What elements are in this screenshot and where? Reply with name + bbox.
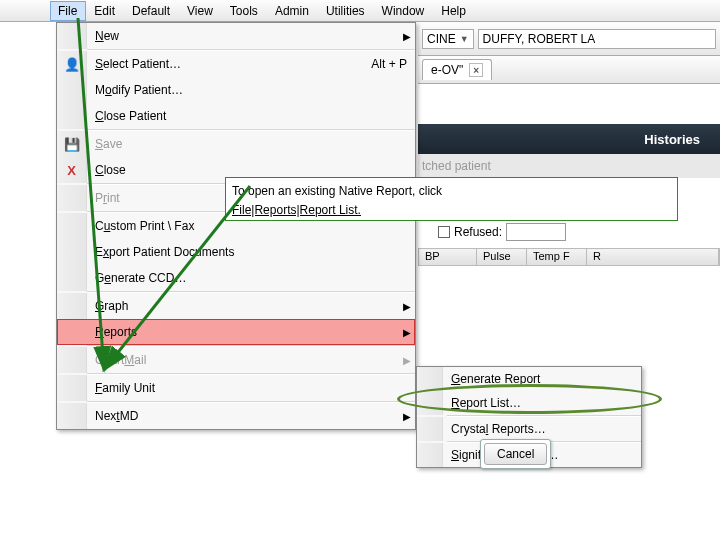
menu-file[interactable]: File [50,1,86,21]
submenu-arrow-icon: ▶ [399,411,415,422]
th-pulse[interactable]: Pulse [477,249,527,265]
submenu-arrow-icon: ▶ [399,31,415,42]
menu-utilities[interactable]: Utilities [318,1,374,21]
cancel-popup: Cancel [480,439,551,469]
combo-value: DUFFY, ROBERT LA [483,32,596,46]
blank-icon [57,347,87,373]
vitals-table-header: BP Pulse Temp F R [418,248,720,266]
patient-icon: 👤 [57,51,87,77]
blank-icon [57,77,87,103]
refused-label: Refused: [454,225,502,239]
blank-icon [57,23,87,49]
menu-admin[interactable]: Admin [267,1,318,21]
blank-icon [57,265,87,291]
submenu-crystal-reports[interactable]: Crystal Reports… [417,417,641,441]
menu-item-save: 💾 Save [57,131,415,157]
menu-window[interactable]: Window [374,1,434,21]
menu-help[interactable]: Help [433,1,475,21]
subheader-text: tched patient [422,159,491,173]
blank-icon [57,375,87,401]
refused-row: Refused: [418,220,720,244]
callout-line2: File|Reports|Report List. [232,203,361,217]
submenu-generate-report[interactable]: Generate Report [417,367,641,391]
menu-item-nextmd[interactable]: NextMD ▶ [57,403,415,429]
menubar: File Edit Default View Tools Admin Utili… [0,0,720,22]
blank-icon [417,391,443,415]
submenu-arrow-icon: ▶ [399,327,415,338]
blank-icon [57,213,87,239]
blank-icon [57,103,87,129]
close-x-icon: X [57,157,87,183]
toolbar: CINE▼ DUFFY, ROBERT LA [418,22,720,56]
save-icon: 💾 [57,131,87,157]
blank-icon [417,443,443,467]
blank-icon [57,239,87,265]
blank-icon [417,367,443,391]
blank-icon [57,293,87,319]
annotation-callout: To open an existing Native Report, click… [225,177,678,221]
menu-item-generate-ccd[interactable]: Generate CCD… [57,265,415,291]
submenu-arrow-icon: ▶ [399,301,415,312]
section-title: Histories [644,132,700,147]
refused-checkbox[interactable] [438,226,450,238]
chevron-down-icon: ▼ [460,34,469,44]
blank-icon [417,417,443,441]
refused-input[interactable] [506,223,566,241]
blank-icon [57,185,87,211]
submenu-report-list[interactable]: Report List… [417,391,641,415]
menu-item-modify-patient[interactable]: Modify Patient… [57,77,415,103]
combo-value: CINE [427,32,456,46]
subheader-row: tched patient [418,154,720,178]
file-menu-dropdown: New ▶ 👤 Select Patient… Alt + P Modify P… [56,22,416,430]
toolbar-right-combo[interactable]: DUFFY, ROBERT LA [478,29,716,49]
menu-item-close-patient[interactable]: Close Patient [57,103,415,129]
menu-item-select-patient[interactable]: 👤 Select Patient… Alt + P [57,51,415,77]
menu-item-chartmail: ChartMail ▶ [57,347,415,373]
accelerator: Alt + P [371,57,415,71]
toolbar-left-combo[interactable]: CINE▼ [422,29,474,49]
th-tempf[interactable]: Temp F [527,249,587,265]
blank-icon [57,319,87,345]
menu-item-new[interactable]: New ▶ [57,23,415,49]
blank-icon [57,403,87,429]
menu-default[interactable]: Default [124,1,179,21]
th-r[interactable]: R [587,249,719,265]
cancel-button[interactable]: Cancel [484,443,547,465]
menu-item-family-unit[interactable]: Family Unit [57,375,415,401]
menu-item-graph[interactable]: Graph ▶ [57,293,415,319]
menu-edit[interactable]: Edit [86,1,124,21]
menu-view[interactable]: View [179,1,222,21]
th-bp[interactable]: BP [419,249,477,265]
tab-label: e-OV" [431,63,463,77]
section-header-histories: Histories [418,124,720,154]
callout-line1: To open an existing Native Report, click [232,184,442,198]
menu-tools[interactable]: Tools [222,1,267,21]
submenu-arrow-icon: ▶ [399,355,415,366]
menu-item-reports[interactable]: Reports ▶ [57,319,415,345]
close-icon[interactable]: × [469,63,483,77]
tab-ov[interactable]: e-OV" × [422,59,492,80]
tabbar: e-OV" × [418,56,720,84]
menu-item-export-docs[interactable]: Export Patient Documents [57,239,415,265]
